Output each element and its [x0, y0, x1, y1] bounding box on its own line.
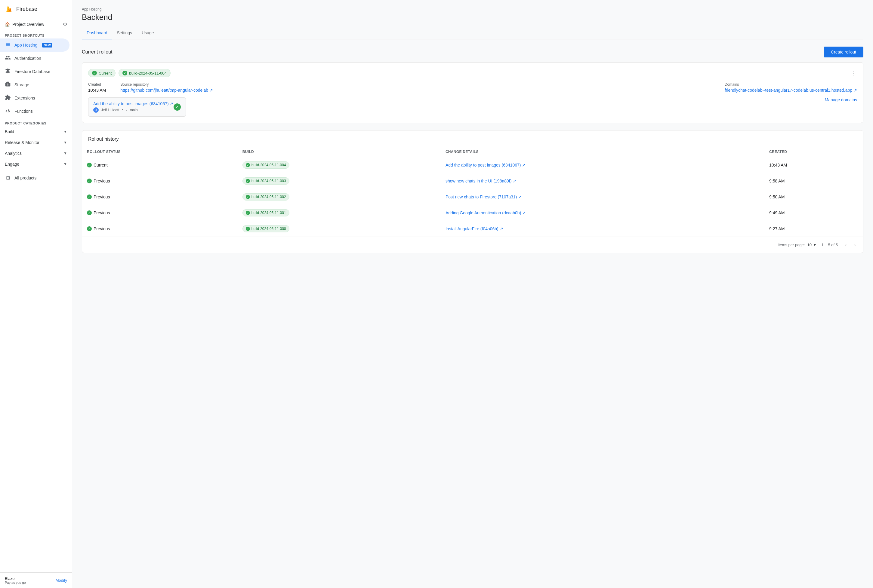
col-created: Created — [765, 147, 863, 157]
items-per-page: Items per page: 10 ▼ — [778, 243, 817, 247]
domain-link[interactable]: friendlychat-codelab--test-angular17-cod… — [725, 88, 857, 93]
commit-card: Add the ability to post images (6341067)… — [88, 98, 186, 117]
build-label: Build — [5, 129, 14, 134]
sidebar-item-authentication[interactable]: Authentication — [0, 52, 69, 65]
commit-link[interactable]: Add the ability to post images (6341067)… — [93, 101, 174, 106]
row-check-icon: ✓ — [87, 163, 92, 168]
row-change-link[interactable]: Install AngularFire (f04a06b) ↗ — [446, 226, 503, 231]
next-page-button[interactable]: › — [852, 240, 858, 249]
row-status-cell: ✓Current — [82, 157, 237, 173]
firebase-logo-icon — [5, 5, 13, 13]
engage-label: Engage — [5, 162, 19, 166]
rollout-history-card: Rollout history Rollout Status Build Cha… — [82, 130, 863, 253]
plan-sub: Pay as you go — [5, 581, 26, 584]
manage-domains-link[interactable]: Manage domains — [825, 98, 857, 102]
build-check-icon: ✓ — [122, 70, 127, 75]
source-repo-link[interactable]: https://github.com/jhuleatt/tmp-angular-… — [120, 88, 213, 93]
check-icon: ✓ — [92, 70, 97, 75]
tabs-row: Dashboard Settings Usage — [82, 27, 863, 39]
sidebar-item-firestore[interactable]: Firestore Database — [0, 65, 69, 78]
sidebar-category-release[interactable]: Release & Monitor ▼ — [0, 137, 72, 148]
functions-icon — [5, 108, 11, 115]
row-change-cell: Post new chats to Firestore (7107a31) ↗ — [441, 189, 765, 205]
modify-button[interactable]: Modify — [56, 578, 67, 583]
build-status-chip: ✓ build-2024-05-11-004 — [119, 69, 170, 77]
current-status-chip: ✓ Current — [88, 69, 116, 77]
row-created-cell: 9:49 AM — [765, 205, 863, 221]
grid-icon: ⊞ — [5, 175, 11, 181]
row-build-cell: ✓build-2024-05-11-001 — [237, 205, 441, 221]
more-options-button[interactable]: ⋮ — [849, 69, 857, 78]
create-rollout-button[interactable]: Create rollout — [823, 46, 863, 57]
tab-settings[interactable]: Settings — [112, 27, 137, 39]
page-info: 1 – 5 of 5 — [822, 243, 838, 247]
project-shortcuts-label: Project shortcuts — [0, 30, 72, 39]
sidebar-item-all-products[interactable]: ⊞ All products — [0, 172, 69, 184]
storage-label: Storage — [14, 82, 29, 87]
row-check-icon: ✓ — [87, 178, 92, 183]
functions-label: Functions — [14, 109, 33, 114]
row-change-cell: Add the ability to post images (6341067)… — [441, 157, 765, 173]
app-hosting-label: App Hosting — [14, 43, 37, 48]
analytics-chevron-icon: ▼ — [63, 151, 67, 155]
row-change-link[interactable]: Add the ability to post images (6341067)… — [446, 163, 526, 168]
sidebar-category-engage[interactable]: Engage ▼ — [0, 159, 72, 170]
row-build-cell: ✓build-2024-05-11-002 — [237, 189, 441, 205]
domains-meta: Domains friendlychat-codelab--test-angul… — [725, 82, 857, 93]
pagination-row: Items per page: 10 ▼ 1 – 5 of 5 ‹ › — [82, 237, 863, 253]
sidebar-category-build[interactable]: Build ▼ — [0, 126, 72, 137]
current-rollout-section-header: Current rollout Create rollout — [82, 46, 863, 57]
tab-dashboard[interactable]: Dashboard — [82, 27, 112, 39]
prev-page-button[interactable]: ‹ — [843, 240, 849, 249]
created-meta: Created 10:43 AM — [88, 82, 106, 93]
status-chips: ✓ Current ✓ build-2024-05-11-004 — [88, 69, 171, 77]
sidebar-header: Firebase — [0, 0, 72, 18]
new-badge: NEW — [42, 43, 52, 48]
project-overview-item[interactable]: 🏠 Project Overview ⚙ — [0, 18, 72, 30]
settings-icon[interactable]: ⚙ — [63, 21, 67, 27]
all-products-label: All products — [14, 176, 36, 180]
col-build: Build — [237, 147, 441, 157]
row-created-cell: 10:43 AM — [765, 157, 863, 173]
sidebar-item-functions[interactable]: Functions — [0, 105, 69, 118]
commit-status-icon: ✓ — [174, 104, 181, 111]
sidebar-item-app-hosting[interactable]: App Hosting NEW — [0, 39, 69, 52]
current-rollout-title: Current rollout — [82, 49, 112, 55]
author-avatar: J — [93, 107, 99, 113]
app-name: Firebase — [16, 6, 37, 12]
current-chip-label: Current — [99, 71, 111, 75]
sidebar-item-storage[interactable]: Storage — [0, 78, 69, 92]
build-chip-check-icon: ✓ — [246, 195, 250, 199]
table-row: ✓Previous✓build-2024-05-11-001Adding Goo… — [82, 205, 863, 221]
page-subtitle: App Hosting — [82, 7, 863, 11]
tab-usage[interactable]: Usage — [137, 27, 159, 39]
engage-chevron-icon: ▼ — [63, 162, 67, 166]
authentication-label: Authentication — [14, 56, 41, 61]
row-created-cell: 9:50 AM — [765, 189, 863, 205]
row-build-cell: ✓build-2024-05-11-003 — [237, 173, 441, 189]
page-nav: ‹ › — [843, 240, 858, 249]
app-hosting-icon — [5, 42, 11, 49]
table-row: ✓Current✓build-2024-05-11-004Add the abi… — [82, 157, 863, 173]
firestore-icon — [5, 68, 11, 75]
page-title: Backend — [82, 13, 863, 22]
created-value: 10:43 AM — [88, 88, 106, 93]
main-content: App Hosting Backend Dashboard Settings U… — [72, 0, 873, 588]
sidebar-item-extensions[interactable]: Extensions — [0, 92, 69, 105]
row-status-cell: ✓Previous — [82, 189, 237, 205]
row-change-cell: Adding Google Authentication (dcaab0b) ↗ — [441, 205, 765, 221]
row-created-cell: 9:27 AM — [765, 221, 863, 237]
row-change-link[interactable]: Adding Google Authentication (dcaab0b) ↗ — [446, 210, 526, 215]
row-status-cell: ✓Previous — [82, 221, 237, 237]
storage-icon — [5, 81, 11, 88]
row-change-link[interactable]: show new chats in the UI (198a89f) ↗ — [446, 178, 516, 183]
row-created-cell: 9:58 AM — [765, 173, 863, 189]
extensions-icon — [5, 94, 11, 102]
build-chip-check-icon: ✓ — [246, 163, 250, 167]
sidebar-category-analytics[interactable]: Analytics ▼ — [0, 148, 72, 159]
per-page-select[interactable]: 10 ▼ — [807, 243, 816, 247]
row-check-icon: ✓ — [87, 226, 92, 231]
branch-icon: ⑂ — [125, 108, 128, 112]
row-change-link[interactable]: Post new chats to Firestore (7107a31) ↗ — [446, 195, 521, 199]
sidebar: Firebase 🏠 Project Overview ⚙ Project sh… — [0, 0, 72, 588]
